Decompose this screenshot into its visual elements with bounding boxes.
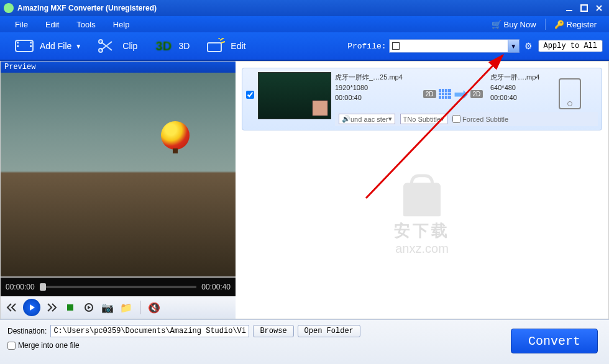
chevron-down-icon: ▼ xyxy=(75,43,81,50)
clip-button[interactable]: Clip xyxy=(89,34,145,58)
menubar: File Edit Tools Help 🛒 Buy Now 🔑 Registe… xyxy=(0,16,609,32)
minimize-button[interactable] xyxy=(563,3,575,13)
target-filename: 虎牙一胖….mp4 xyxy=(490,72,559,83)
camera-icon: 📷 xyxy=(101,302,114,314)
forced-subtitle-toggle[interactable]: Forced Subtitle xyxy=(452,115,508,123)
convert-button[interactable]: Convert xyxy=(511,329,598,353)
subtitle-select[interactable]: T No Subtitle ▾ xyxy=(400,114,448,124)
prev-button[interactable] xyxy=(4,300,19,315)
app-icon xyxy=(4,3,14,13)
scissors-icon xyxy=(96,37,119,55)
bottom-bar: Destination: Browse Open Folder Merge in… xyxy=(0,319,609,364)
open-folder-button[interactable]: Open Folder xyxy=(298,325,360,337)
player-controls: 📷 📁 🔇 xyxy=(1,296,236,319)
profile-label: Profile: xyxy=(347,42,386,51)
seek-slider[interactable] xyxy=(40,286,197,288)
profile-select[interactable]: iPad MPEG4 Video(*.mp4) ▼ xyxy=(389,39,520,53)
menu-tools[interactable]: Tools xyxy=(68,17,104,32)
step-button[interactable] xyxy=(81,300,96,315)
audio-track-label: und aac ster xyxy=(350,116,388,123)
add-file-button[interactable]: Add File ▼ xyxy=(6,34,89,58)
apply-to-all-button[interactable]: Apply to All xyxy=(538,40,603,52)
window-title: Amazing MXF Converter (Unregistered) xyxy=(17,4,157,12)
file-checkbox[interactable] xyxy=(246,91,254,99)
file-list-panel: 虎牙一胖炸_…25.mp4 1920*1080 00:00:40 2D ➡ 2D… xyxy=(236,61,608,319)
buy-now-link[interactable]: 🛒 Buy Now xyxy=(485,20,543,29)
add-file-label: Add File xyxy=(40,41,71,51)
close-button[interactable] xyxy=(593,3,605,13)
3d-button[interactable]: 3D 3D xyxy=(145,34,197,58)
edit-label: Edit xyxy=(231,41,245,51)
stop-button[interactable] xyxy=(63,300,78,315)
separator xyxy=(545,19,546,30)
destination-label: Destination: xyxy=(7,327,47,335)
edit-button[interactable]: Edit xyxy=(197,34,253,58)
file-thumbnail[interactable] xyxy=(258,72,331,119)
register-link[interactable]: 🔑 Register xyxy=(548,20,603,29)
film-icon xyxy=(14,37,36,55)
track-row: 🔊 und aac ster ▾ T No Subtitle ▾ Forced … xyxy=(335,112,598,126)
profile-value: iPad MPEG4 Video(*.mp4) xyxy=(403,42,492,50)
cart-icon: 🛒 xyxy=(492,20,501,29)
svg-rect-9 xyxy=(208,43,221,52)
wand-icon xyxy=(204,37,227,55)
watermark-text: 安下载 xyxy=(394,220,450,242)
source-filename: 虎牙一胖炸_…25.mp4 xyxy=(335,72,416,83)
key-icon: 🔑 xyxy=(554,20,564,29)
merge-label: Merge into one file xyxy=(18,341,80,350)
play-button[interactable] xyxy=(23,299,40,316)
audio-track-select[interactable]: 🔊 und aac ster ▾ xyxy=(339,114,395,124)
source-duration: 00:00:40 xyxy=(335,93,416,103)
titlebar: Amazing MXF Converter (Unregistered) xyxy=(0,0,609,16)
device-icon xyxy=(559,78,581,109)
menu-help[interactable]: Help xyxy=(104,17,139,32)
time-current: 00:00:00 xyxy=(6,283,35,291)
target-resolution: 640*480 xyxy=(490,83,559,93)
conversion-arrow: 2D ➡ 2D xyxy=(416,78,490,109)
snapshot-folder-button[interactable]: 📁 xyxy=(119,300,134,315)
watermark-url: anxz.com xyxy=(394,242,450,256)
svg-rect-5 xyxy=(30,42,32,43)
3d-icon: 3D xyxy=(152,37,175,55)
clip-label: Clip xyxy=(122,41,137,51)
svg-rect-4 xyxy=(17,45,19,47)
preview-label: Preview xyxy=(1,61,236,73)
forced-subtitle-label: Forced Subtitle xyxy=(462,116,508,123)
profile-block: Profile: iPad MPEG4 Video(*.mp4) ▼ ⚙ App… xyxy=(347,39,603,53)
destination-row: Destination: Browse Open Folder xyxy=(7,325,360,337)
file-item[interactable]: 虎牙一胖炸_…25.mp4 1920*1080 00:00:40 2D ➡ 2D… xyxy=(242,68,602,130)
time-total: 00:00:40 xyxy=(201,283,231,291)
svg-rect-0 xyxy=(566,10,572,11)
next-button[interactable] xyxy=(44,300,59,315)
target-duration: 00:00:40 xyxy=(490,93,559,103)
svg-rect-10 xyxy=(67,304,73,311)
device-square-icon xyxy=(392,42,400,50)
forced-subtitle-checkbox[interactable] xyxy=(452,115,460,123)
menu-edit[interactable]: Edit xyxy=(37,17,68,32)
svg-rect-6 xyxy=(30,45,32,47)
preview-video[interactable] xyxy=(1,73,236,278)
target-2d-badge: 2D xyxy=(470,90,483,98)
snapshot-button[interactable]: 📷 xyxy=(100,300,115,315)
preview-panel: Preview 00:00:00 00:00:40 📷 📁 🔇 xyxy=(1,61,236,319)
menu-file[interactable]: File xyxy=(6,17,37,32)
source-info: 虎牙一胖炸_…25.mp4 1920*1080 00:00:40 xyxy=(335,72,416,103)
target-info: 虎牙一胖….mp4 640*480 00:00:40 xyxy=(490,72,559,103)
buy-now-label: Buy Now xyxy=(504,20,536,29)
merge-toggle[interactable]: Merge into one file xyxy=(7,341,360,350)
svg-rect-1 xyxy=(581,5,587,11)
chevron-down-icon: ▼ xyxy=(508,40,519,52)
maximize-button[interactable] xyxy=(578,3,590,13)
register-label: Register xyxy=(567,20,597,29)
folder-icon: 📁 xyxy=(120,302,132,314)
browse-button[interactable]: Browse xyxy=(253,325,293,337)
mute-button[interactable]: 🔇 xyxy=(147,300,162,315)
main-area: Preview 00:00:00 00:00:40 📷 📁 🔇 xyxy=(0,61,609,319)
profile-settings-button[interactable]: ⚙ xyxy=(522,39,536,53)
speaker-muted-icon: 🔇 xyxy=(148,302,160,314)
balloon-graphic xyxy=(161,121,190,150)
merge-checkbox[interactable] xyxy=(7,342,16,350)
watermark: 安下载 anxz.com xyxy=(394,183,450,256)
time-bar: 00:00:00 00:00:40 xyxy=(1,278,236,296)
destination-input[interactable] xyxy=(50,325,249,337)
